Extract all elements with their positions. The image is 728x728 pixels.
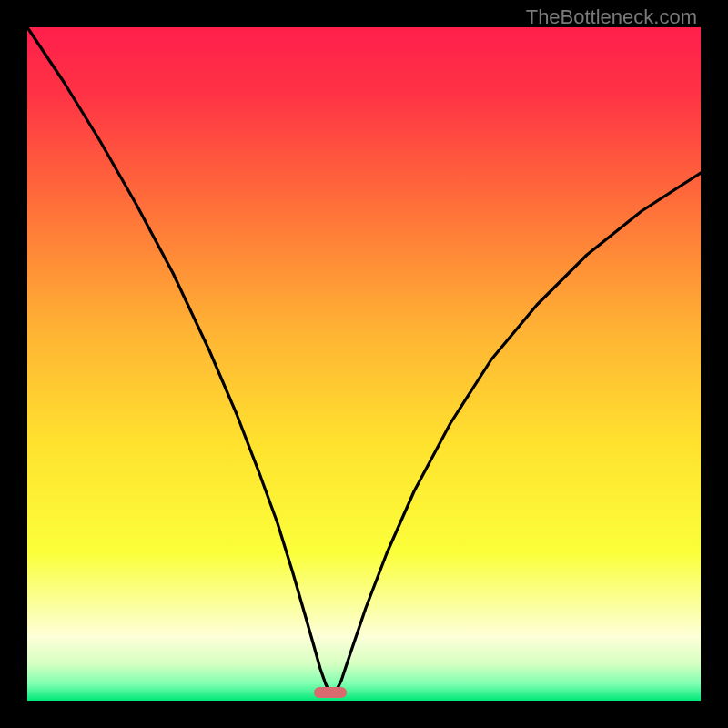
plot-area xyxy=(27,27,701,701)
watermark-text: TheBottleneck.com xyxy=(526,5,697,29)
bottleneck-marker xyxy=(314,687,347,698)
bottleneck-curve xyxy=(27,27,701,701)
chart-frame: TheBottleneck.com xyxy=(0,0,728,728)
